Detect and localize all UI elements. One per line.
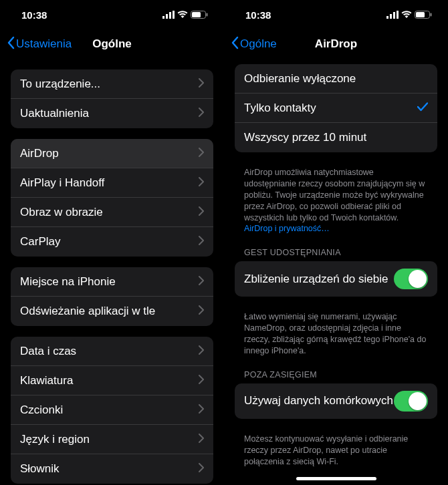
svg-rect-8 <box>390 14 392 19</box>
home-indicator[interactable] <box>296 477 376 480</box>
wifi-icon <box>177 9 188 21</box>
chevron-right-icon <box>199 235 204 249</box>
row-airdrop[interactable]: AirDrop <box>11 139 213 168</box>
row-label: Używaj danych komórkowych <box>244 394 393 408</box>
row-label: Słownik <box>20 462 60 476</box>
svg-rect-10 <box>397 11 399 19</box>
chevron-right-icon <box>199 374 204 387</box>
svg-rect-7 <box>386 16 388 19</box>
svg-rect-1 <box>166 14 168 19</box>
row-label: Zbliżenie urządzeń do siebie <box>244 273 388 286</box>
row-refresh[interactable]: Odświeżanie aplikacji w tle <box>11 297 213 326</box>
group-oor: Używaj danych komórkowych <box>235 383 437 419</box>
group-airdrop: AirDrop AirPlay i Handoff Obraz w obrazi… <box>11 139 213 257</box>
toggle-gesture[interactable] <box>394 269 428 289</box>
chevron-right-icon <box>199 345 204 358</box>
row-label: Odświeżanie aplikacji w tle <box>20 305 155 318</box>
privacy-link[interactable]: AirDrop i prywatność… <box>244 224 330 233</box>
row-pip[interactable]: Obraz w obrazie <box>11 198 213 227</box>
row-airplay[interactable]: AirPlay i Handoff <box>11 168 213 198</box>
oor-header: POZA ZASIĘGIEM <box>235 359 437 383</box>
row-label: AirDrop <box>20 147 59 160</box>
row-label: Tylko kontakty <box>244 102 316 115</box>
row-everyone[interactable]: Wszyscy przez 10 minut <box>235 123 437 152</box>
row-label: AirPlay i Handoff <box>20 176 104 190</box>
back-label: Ustawienia <box>16 37 72 51</box>
back-button[interactable]: Ogólne <box>231 36 277 53</box>
row-label: To urządzenie... <box>20 77 100 91</box>
row-cellular[interactable]: Używaj danych komórkowych <box>235 383 437 419</box>
row-label: CarPlay <box>20 235 60 249</box>
row-label: Czcionki <box>20 403 63 417</box>
svg-rect-5 <box>192 12 201 17</box>
row-label: Klawiatura <box>20 374 73 387</box>
nav-bar: Ustawienia Ogólne <box>0 29 224 59</box>
row-storage[interactable]: Miejsce na iPhonie <box>11 267 213 297</box>
row-fonts[interactable]: Czcionki <box>11 395 213 425</box>
row-date[interactable]: Data i czas <box>11 337 213 366</box>
toggle-cellular[interactable] <box>394 391 428 412</box>
cellular-icon <box>162 9 175 21</box>
row-label: Obraz w obrazie <box>20 206 103 219</box>
row-about[interactable]: To urządzenie... <box>11 69 213 99</box>
svg-rect-12 <box>416 12 425 17</box>
row-carplay[interactable]: CarPlay <box>11 227 213 257</box>
content: To urządzenie... Uaktualnienia AirDrop A… <box>0 59 224 485</box>
status-bar: 10:38 <box>0 0 224 29</box>
battery-icon <box>191 9 208 21</box>
chevron-left-icon <box>231 36 239 53</box>
chevron-right-icon <box>199 305 204 318</box>
group-storage: Miejsce na iPhonie Odświeżanie aplikacji… <box>11 267 213 326</box>
back-label: Ogólne <box>240 37 277 51</box>
nav-bar: Ogólne AirDrop <box>224 29 448 59</box>
status-icons <box>162 9 208 21</box>
group-receiving: Odbieranie wyłączone Tylko kontakty Wszy… <box>235 64 437 152</box>
chevron-right-icon <box>199 462 204 476</box>
oor-footer: Możesz kontynuować wysyłanie i odbierani… <box>235 430 437 470</box>
row-label: Miejsce na iPhonie <box>20 275 116 289</box>
battery-icon <box>415 9 432 21</box>
wifi-icon <box>401 9 412 21</box>
chevron-right-icon <box>199 403 204 417</box>
phone-right: 10:38 Ogólne AirDrop Odbieranie wyłączon… <box>224 0 448 485</box>
group-device: To urządzenie... Uaktualnienia <box>11 69 213 128</box>
chevron-right-icon <box>199 77 204 91</box>
gesture-header: GEST UDOSTĘPNIANIA <box>235 237 437 261</box>
status-time: 10:38 <box>245 9 271 21</box>
checkmark-icon <box>417 102 428 115</box>
row-keyboard[interactable]: Klawiatura <box>11 366 213 395</box>
back-button[interactable]: Ustawienia <box>7 36 72 53</box>
row-language[interactable]: Język i region <box>11 425 213 454</box>
group-gesture: Zbliżenie urządzeń do siebie <box>235 261 437 297</box>
row-label: Język i region <box>20 433 90 446</box>
chevron-right-icon <box>199 147 204 160</box>
chevron-right-icon <box>199 206 204 219</box>
chevron-right-icon <box>199 107 204 120</box>
row-label: Wszyscy przez 10 minut <box>244 131 366 144</box>
chevron-left-icon <box>7 36 15 53</box>
svg-rect-6 <box>207 13 208 16</box>
svg-rect-3 <box>173 11 175 19</box>
row-label: Data i czas <box>20 345 76 358</box>
chevron-right-icon <box>199 176 204 190</box>
row-dictionary[interactable]: Słownik <box>11 454 213 484</box>
chevron-right-icon <box>199 433 204 446</box>
phone-left: 10:38 Ustawienia Ogólne To urządzenie... <box>0 0 224 485</box>
group-locale: Data i czas Klawiatura Czcionki Język i … <box>11 337 213 484</box>
content: Odbieranie wyłączone Tylko kontakty Wszy… <box>224 59 448 485</box>
footer-text: AirDrop umożliwia natychmiastowe udostęp… <box>244 168 425 222</box>
svg-rect-0 <box>162 16 164 19</box>
chevron-right-icon <box>199 275 204 289</box>
row-receiving-off[interactable]: Odbieranie wyłączone <box>235 64 437 94</box>
row-label: Uaktualnienia <box>20 107 89 120</box>
row-contacts-only[interactable]: Tylko kontakty <box>235 94 437 123</box>
svg-rect-13 <box>431 13 432 16</box>
svg-rect-2 <box>169 12 171 19</box>
status-icons <box>386 9 432 21</box>
receiving-footer: AirDrop umożliwia natychmiastowe udostęp… <box>235 163 437 237</box>
svg-rect-9 <box>393 12 395 19</box>
row-bring-together[interactable]: Zbliżenie urządzeń do siebie <box>235 261 437 297</box>
gesture-footer: Łatwo wymieniaj się numerami, używając N… <box>235 307 437 359</box>
row-updates[interactable]: Uaktualnienia <box>11 99 213 128</box>
status-time: 10:38 <box>21 9 47 21</box>
